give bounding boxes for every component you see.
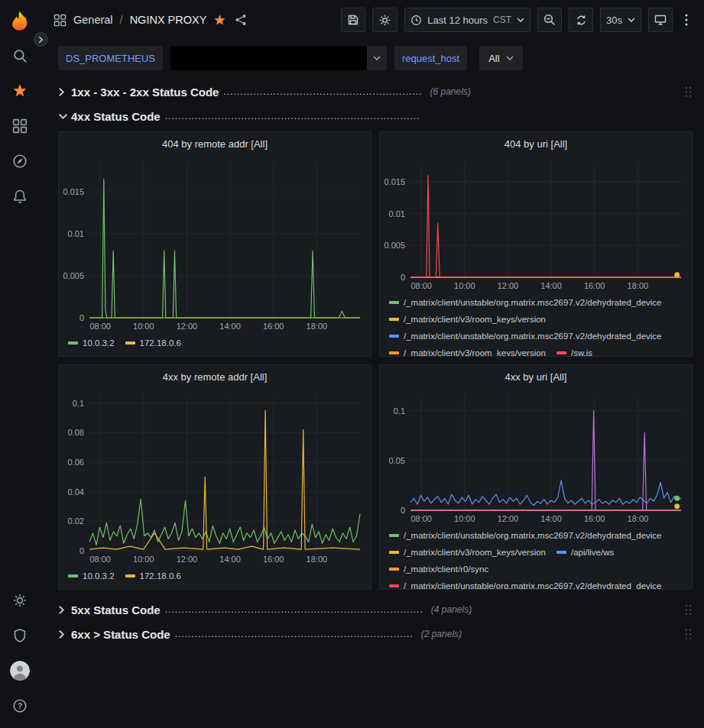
explore-compass-icon[interactable]	[3, 144, 37, 179]
svg-text:?: ?	[18, 702, 22, 710]
legend-item[interactable]: /_matrix/client/unstable/org.matrix.msc2…	[389, 294, 662, 311]
legend-item[interactable]: /api/live/ws	[556, 544, 614, 561]
dashboard-settings-button[interactable]	[372, 8, 397, 32]
legend-item[interactable]: 172.18.0.6	[125, 335, 181, 351]
zoom-out-icon	[543, 14, 556, 26]
chevron-down-icon	[628, 18, 635, 22]
panel-chart[interactable]: 00.0050.010.01508:0010:0012:0014:0016:00…	[59, 155, 371, 333]
legend-item[interactable]: /_matrix/client/unstable/org.matrix.msc2…	[389, 328, 662, 345]
row-5xx[interactable]: 5xx Status Code ........................…	[58, 599, 693, 620]
sidebar-expand-button[interactable]	[34, 32, 48, 47]
svg-text:10:00: 10:00	[454, 281, 475, 290]
toolbar-actions: Last 12 hours CST	[341, 8, 693, 32]
user-avatar[interactable]	[3, 653, 37, 688]
panel-title[interactable]: 404 by uri [All]	[380, 132, 692, 155]
legend-label: /_matrix/client/v3/room_keys/version	[404, 548, 546, 557]
svg-text:0.01: 0.01	[389, 209, 405, 218]
save-dashboard-button[interactable]	[341, 8, 365, 32]
panel-404-by-uri: 404 by uri [All] 00.0050.010.01508:0010:…	[379, 131, 693, 357]
legend-item[interactable]: /_matrix/client/v3/room_keys/version	[389, 345, 546, 357]
server-admin-shield-icon[interactable]	[3, 618, 37, 653]
row-1xx-3xx-2xx[interactable]: 1xx - 3xx - 2xx Status Code ............…	[58, 81, 693, 102]
refresh-interval-picker[interactable]: 30s	[600, 8, 641, 32]
legend-label: /sw.js	[571, 348, 592, 357]
legend-swatch	[389, 335, 399, 338]
settings-gear-icon[interactable]	[3, 583, 37, 618]
zoom-out-button[interactable]	[537, 8, 562, 32]
svg-text:0.06: 0.06	[68, 458, 84, 467]
help-icon[interactable]: ?	[3, 688, 37, 723]
panel-legend: /_matrix/client/unstable/org.matrix.msc2…	[380, 526, 692, 590]
panel-title[interactable]: 4xx by uri [All]	[380, 365, 692, 388]
refresh-button[interactable]	[569, 8, 593, 32]
row-4xx[interactable]: 4xx Status Code ........................…	[58, 105, 693, 127]
kebab-icon	[685, 14, 688, 26]
variable-select-ds-prometheus[interactable]	[170, 46, 387, 70]
legend-swatch	[389, 534, 399, 537]
svg-text:08:00: 08:00	[410, 514, 432, 523]
row-panel-count: (6 panels)	[430, 86, 470, 97]
legend-item[interactable]: /_matrix/client/v3/room_keys/version	[389, 544, 546, 561]
variable-value-request-host: All	[488, 53, 499, 64]
topbar: General / NGINX PROXY	[40, 0, 704, 40]
legend-item[interactable]: /sw.js	[556, 345, 592, 357]
time-range-label: Last 12 hours	[427, 15, 488, 26]
row-title: 6xx > Status Code	[71, 628, 170, 641]
legend-swatch	[389, 301, 399, 304]
svg-text:16:00: 16:00	[584, 281, 605, 290]
kebab-menu-button[interactable]	[680, 8, 693, 32]
search-icon[interactable]	[3, 38, 37, 73]
legend-swatch	[389, 318, 399, 321]
grafana-logo[interactable]	[7, 9, 33, 35]
svg-text:0.01: 0.01	[68, 229, 84, 238]
legend-item[interactable]: /_matrix/client/r0/sync	[389, 561, 488, 578]
svg-text:08:00: 08:00	[410, 281, 432, 290]
legend-item[interactable]: 10.0.3.2	[68, 568, 115, 584]
svg-text:0.005: 0.005	[384, 241, 405, 250]
svg-text:0.04: 0.04	[68, 487, 84, 497]
chevron-down-icon	[500, 56, 520, 60]
share-icon[interactable]	[235, 14, 247, 26]
legend-label: 172.18.0.6	[140, 571, 181, 581]
starred-dashboards-icon[interactable]	[3, 73, 37, 108]
legend-label: /_matrix/client/r0/sync	[404, 565, 488, 574]
panel-title[interactable]: 4xx by remote addr [All]	[59, 365, 371, 388]
variable-select-request-host[interactable]: All	[479, 46, 522, 70]
favorite-star-icon[interactable]	[213, 14, 226, 27]
svg-text:18:00: 18:00	[628, 514, 649, 523]
legend-swatch	[389, 584, 399, 587]
panel-chart[interactable]: 00.050.108:0010:0012:0014:0016:0018:00	[380, 388, 692, 526]
legend-swatch	[68, 574, 78, 578]
legend-item[interactable]: 10.0.3.2	[68, 335, 115, 351]
tv-kiosk-button[interactable]	[648, 8, 673, 32]
panel-title[interactable]: 404 by remote addr [All]	[59, 132, 371, 155]
chevron-down-icon	[367, 56, 387, 60]
row-drag-handle[interactable]	[684, 86, 693, 99]
row-title: 4xx Status Code	[71, 110, 161, 123]
alerting-bell-icon[interactable]	[3, 179, 37, 214]
panel-chart[interactable]: 00.020.040.060.080.108:0010:0012:0014:00…	[59, 388, 371, 566]
row-drag-handle[interactable]	[684, 603, 693, 616]
svg-text:0: 0	[79, 313, 84, 322]
svg-text:10:00: 10:00	[133, 555, 154, 564]
legend-label: /_matrix/client/unstable/org.matrix.msc2…	[404, 332, 662, 341]
time-range-picker[interactable]: Last 12 hours CST	[404, 8, 530, 32]
breadcrumb-section[interactable]: General	[73, 14, 113, 26]
row-6xx[interactable]: 6xx > Status Code ......................…	[58, 623, 693, 645]
svg-text:14:00: 14:00	[540, 514, 562, 523]
dashboards-icon[interactable]	[3, 108, 37, 144]
row-panel-count: (4 panels)	[431, 604, 472, 615]
row-dots: ........................................…	[223, 86, 422, 97]
svg-text:10:00: 10:00	[454, 514, 475, 523]
legend-item[interactable]: /_matrix/client/unstable/org.matrix.msc2…	[389, 578, 662, 590]
panel-chart[interactable]: 00.0050.010.01508:0010:0012:0014:0016:00…	[380, 155, 692, 293]
timezone-label: CST	[493, 15, 511, 25]
legend-swatch	[68, 341, 78, 345]
legend-item[interactable]: 172.18.0.6	[125, 568, 181, 584]
svg-text:0.05: 0.05	[389, 456, 405, 465]
chevron-right-icon	[58, 87, 71, 97]
svg-text:12:00: 12:00	[177, 555, 198, 564]
row-drag-handle[interactable]	[684, 628, 693, 641]
legend-item[interactable]: /_matrix/client/v3/room_keys/version	[389, 311, 546, 328]
legend-item[interactable]: /_matrix/client/unstable/org.matrix.msc2…	[389, 527, 662, 544]
